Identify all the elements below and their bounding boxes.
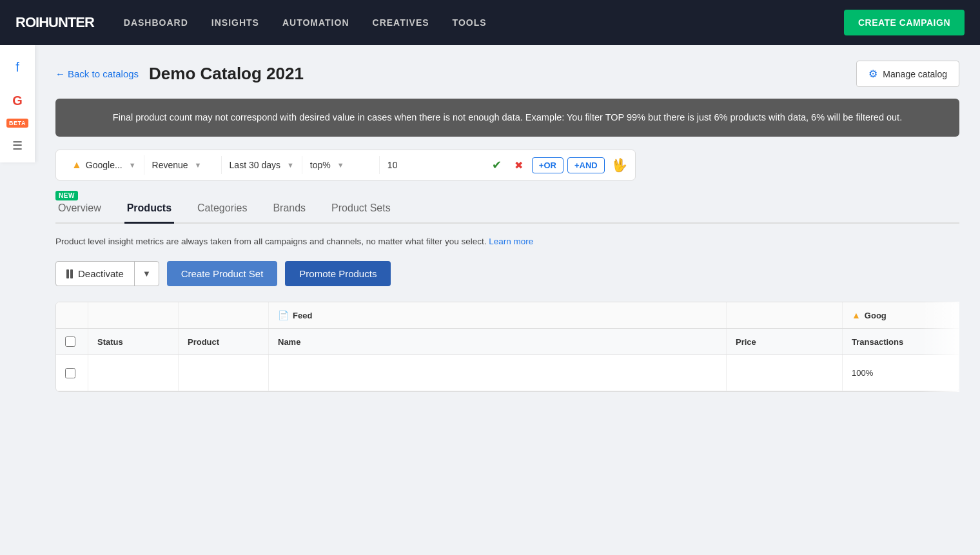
pause-bar-left (66, 269, 69, 278)
logo-roi: ROI (15, 14, 39, 30)
google-filter-icon: ▲ (72, 159, 82, 171)
select-all-checkbox[interactable] (65, 336, 75, 347)
new-badge: NEW (55, 191, 78, 200)
period-label: Last 30 days (230, 160, 280, 170)
th-select-all[interactable] (56, 329, 88, 355)
th-product: Product (179, 329, 269, 355)
tabs-row: NEW Overview Products Categories Brands … (55, 196, 959, 224)
deactivate-button-group: Deactivate ▼ (55, 261, 159, 286)
or-filter-button[interactable]: +OR (532, 157, 564, 173)
manage-catalog-button[interactable]: ⚙ Manage catalog (856, 61, 959, 87)
feed-label: Feed (293, 311, 312, 320)
table-sub-header: 📄 Feed ▲ Goog (56, 302, 959, 329)
th-price: Price (727, 329, 843, 355)
period-chevron-icon: ▼ (287, 161, 294, 169)
row-checkbox[interactable] (65, 368, 75, 378)
td-status (88, 355, 179, 391)
learn-more-link[interactable]: Learn more (489, 237, 533, 246)
google-label: Goog (865, 311, 887, 320)
filter-actions: ✔ ✖ +OR +AND 🖖 (483, 156, 627, 174)
tab-product-sets[interactable]: Product Sets (329, 196, 393, 224)
th-feed-col: 📄 Feed (269, 302, 727, 328)
th-transactions: Transactions (843, 329, 959, 355)
filter-value-input[interactable] (380, 156, 483, 174)
back-to-catalogs-link[interactable]: ← Back to catalogs (55, 68, 139, 79)
filter-type-chevron-icon: ▼ (337, 161, 344, 169)
th-product-spacer (179, 302, 269, 328)
create-product-set-button[interactable]: Create Product Set (167, 261, 278, 286)
td-transactions: 100% (843, 355, 959, 391)
warning-text: Final product count may not correspond w… (113, 112, 902, 122)
google-icon[interactable]: G (2, 85, 33, 116)
td-product (179, 355, 269, 391)
td-price (727, 355, 843, 391)
th-name: Name (269, 329, 727, 355)
insight-note: Product level insight metrics are always… (55, 235, 959, 248)
tab-brands[interactable]: Brands (270, 196, 308, 224)
th-checkbox-col (56, 302, 88, 328)
logo: ROIHUNTER (15, 14, 94, 31)
nav-links: DASHBOARD INSIGHTS AUTOMATION CREATIVES … (115, 12, 823, 33)
th-status-spacer (88, 302, 179, 328)
and-filter-button[interactable]: +AND (567, 157, 605, 173)
top-navigation: ROIHUNTER DASHBOARD INSIGHTS AUTOMATION … (0, 0, 980, 45)
tab-products[interactable]: Products (124, 196, 174, 224)
google-col-icon: ▲ (852, 310, 861, 320)
page-title: Demo Catalog 2021 (149, 64, 304, 84)
th-status: Status (88, 329, 179, 355)
back-arrow-icon: ← (55, 68, 65, 79)
facebook-icon[interactable]: f (2, 52, 33, 83)
insight-note-text: Product level insight metrics are always… (55, 237, 487, 246)
th-price-spacer (727, 302, 843, 328)
clear-filter-button[interactable]: ✖ (510, 156, 528, 174)
deactivate-main-button[interactable]: Deactivate (56, 262, 135, 286)
warning-banner: Final product count may not correspond w… (55, 99, 959, 137)
metric-label: Revenue (152, 160, 188, 170)
td-name (269, 355, 727, 391)
source-chevron-icon: ▼ (129, 161, 136, 169)
nav-dashboard[interactable]: DASHBOARD (115, 12, 197, 33)
filter-row: ▲ Google... ▼ Revenue ▼ Last 30 days ▼ t… (55, 150, 636, 180)
deactivate-dropdown-button[interactable]: ▼ (135, 262, 159, 285)
percent-value: 100% (852, 368, 873, 378)
pause-bar-right (70, 269, 73, 278)
gear-icon: ⚙ (868, 68, 877, 80)
td-checkbox[interactable] (56, 355, 88, 391)
feed-doc-icon: 📄 (278, 310, 289, 320)
nav-creatives[interactable]: CREATIVES (364, 12, 438, 33)
page-header: ← Back to catalogs Demo Catalog 2021 ⚙ M… (55, 61, 959, 87)
manage-catalog-label: Manage catalog (883, 69, 947, 79)
pause-icon (66, 269, 73, 278)
action-buttons: Deactivate ▼ Create Product Set Promote … (55, 261, 959, 286)
source-label: Google... (86, 160, 122, 170)
apply-filter-button[interactable]: ✔ (488, 156, 506, 174)
promote-products-button[interactable]: Promote Products (285, 261, 391, 286)
cursor-indicator: 🖖 (611, 157, 627, 173)
transactions-label: Transactions (852, 337, 903, 347)
deactivate-label: Deactivate (78, 268, 124, 279)
metric-chevron-icon: ▼ (195, 161, 202, 169)
period-filter[interactable]: Last 30 days ▼ (222, 156, 302, 174)
nav-automation[interactable]: AUTOMATION (273, 12, 358, 33)
filter-type-label: top% (310, 160, 331, 170)
products-table: 📄 Feed ▲ Goog Status Product Name Price (55, 302, 959, 392)
main-content: ← Back to catalogs Demo Catalog 2021 ⚙ M… (35, 45, 980, 555)
tab-categories[interactable]: Categories (195, 196, 250, 224)
back-link-text: Back to catalogs (68, 68, 139, 79)
filter-type[interactable]: top% ▼ (302, 156, 380, 174)
left-sidebar: f G BETA ☰ (0, 45, 35, 162)
metric-filter[interactable]: Revenue ▼ (144, 156, 222, 174)
source-filter[interactable]: ▲ Google... ▼ (64, 155, 144, 175)
table-column-headers: Status Product Name Price Transactions (56, 329, 959, 355)
menu-icon[interactable]: ☰ (2, 130, 33, 161)
beta-badge: BETA (6, 119, 28, 128)
nav-tools[interactable]: TOOLS (444, 12, 496, 33)
table-row: 100% (56, 355, 959, 391)
logo-hunter: HUNTER (39, 14, 94, 30)
th-google-col: ▲ Goog (843, 302, 959, 328)
products-table-wrapper: 📄 Feed ▲ Goog Status Product Name Price (55, 302, 959, 392)
nav-insights[interactable]: INSIGHTS (202, 12, 268, 33)
create-campaign-button[interactable]: CREATE CAMPAIGN (844, 10, 965, 35)
